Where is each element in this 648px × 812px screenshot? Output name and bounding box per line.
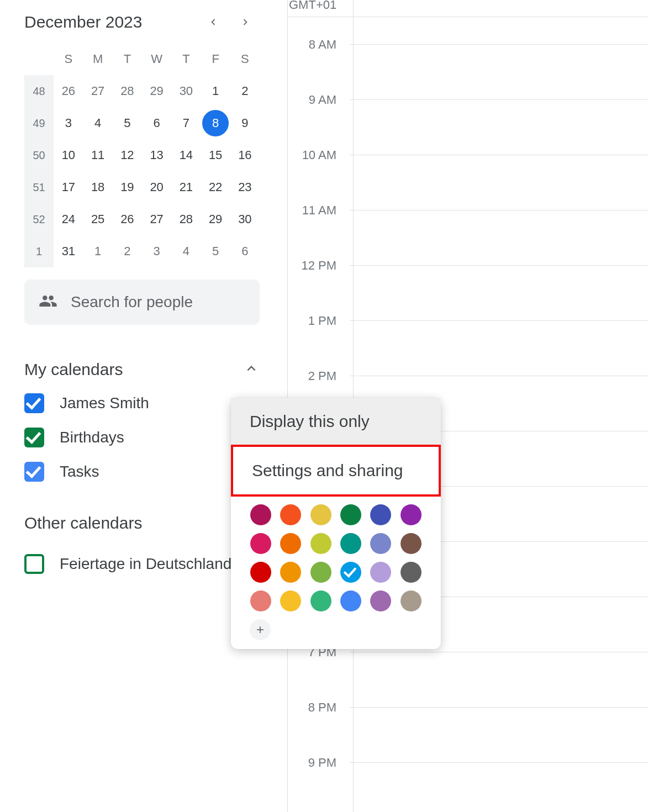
color-swatch[interactable] xyxy=(280,504,301,525)
mini-cal-day[interactable]: 11 xyxy=(83,139,113,171)
display-this-only-item[interactable]: Display this only xyxy=(231,398,441,445)
mini-cal-day[interactable]: 27 xyxy=(142,203,171,235)
mini-cal-day[interactable]: 26 xyxy=(54,75,83,107)
calendar-label: Feiertage in Deutschland xyxy=(60,555,231,573)
mini-cal-day[interactable]: 5 xyxy=(201,235,230,267)
color-swatch[interactable] xyxy=(250,533,271,554)
mini-cal-day[interactable]: 14 xyxy=(171,139,201,171)
color-swatch[interactable] xyxy=(340,562,361,583)
color-swatch[interactable] xyxy=(280,562,301,583)
people-icon xyxy=(39,292,57,313)
mini-cal-day[interactable]: 19 xyxy=(113,171,142,203)
hour-label: 11 AM xyxy=(293,203,343,218)
chevron-up-icon xyxy=(243,360,260,379)
hour-gridline xyxy=(350,210,648,210)
mini-cal-day[interactable]: 5 xyxy=(113,107,142,139)
week-number: 51 xyxy=(24,171,54,203)
color-swatch[interactable] xyxy=(310,590,331,611)
mini-cal-day[interactable]: 15 xyxy=(201,139,230,171)
calendar-checkbox[interactable] xyxy=(24,428,44,447)
mini-cal-day[interactable]: 31 xyxy=(54,235,83,267)
calendar-item[interactable]: Birthdays xyxy=(24,428,260,447)
mini-cal-day[interactable]: 6 xyxy=(142,107,171,139)
color-swatch[interactable] xyxy=(370,533,391,554)
settings-and-sharing-item[interactable]: Settings and sharing xyxy=(233,447,439,494)
hour-label: 2 PM xyxy=(293,369,343,383)
mini-cal-day[interactable]: 10 xyxy=(54,139,83,171)
color-swatch[interactable] xyxy=(280,533,301,554)
my-calendars-title: My calendars xyxy=(24,360,123,379)
add-custom-color-button[interactable]: + xyxy=(250,619,271,640)
mini-calendar-title[interactable]: December 2023 xyxy=(24,13,142,31)
color-swatch[interactable] xyxy=(401,562,422,583)
hour-label: 8 PM xyxy=(293,700,343,715)
other-calendars-title: Other calendars xyxy=(24,514,142,532)
mini-cal-day[interactable]: 29 xyxy=(201,203,230,235)
my-calendars-toggle[interactable]: My calendars xyxy=(24,360,260,379)
mini-cal-day[interactable]: 6 xyxy=(230,235,260,267)
color-swatch[interactable] xyxy=(370,590,391,611)
color-swatch[interactable] xyxy=(340,590,361,611)
mini-cal-day[interactable]: 9 xyxy=(230,107,260,139)
mini-cal-day[interactable]: 30 xyxy=(171,75,201,107)
calendar-item[interactable]: Tasks xyxy=(24,462,260,482)
mini-cal-day[interactable]: 23 xyxy=(230,171,260,203)
mini-cal-day[interactable]: 20 xyxy=(142,171,171,203)
color-swatch[interactable] xyxy=(401,590,422,611)
color-swatch[interactable] xyxy=(340,533,361,554)
other-calendars-header[interactable]: Other calendars + xyxy=(24,510,260,535)
color-swatch[interactable] xyxy=(250,562,271,583)
mini-cal-day[interactable]: 28 xyxy=(171,203,201,235)
color-swatch[interactable] xyxy=(401,533,422,554)
prev-month-button[interactable] xyxy=(202,11,224,33)
mini-cal-day[interactable]: 3 xyxy=(54,107,83,139)
mini-cal-day[interactable]: 16 xyxy=(230,139,260,171)
mini-cal-day[interactable]: 3 xyxy=(142,235,171,267)
next-month-button[interactable] xyxy=(234,11,256,33)
mini-cal-day[interactable]: 1 xyxy=(201,75,230,107)
mini-cal-day[interactable]: 30 xyxy=(230,203,260,235)
mini-cal-day[interactable]: 22 xyxy=(201,171,230,203)
calendar-checkbox[interactable] xyxy=(24,554,44,574)
mini-cal-day[interactable]: 21 xyxy=(171,171,201,203)
calendar-item[interactable]: James Smith xyxy=(24,393,260,413)
color-swatch[interactable] xyxy=(250,590,271,611)
calendar-checkbox[interactable] xyxy=(24,393,44,413)
color-swatch[interactable] xyxy=(310,562,331,583)
mini-cal-day[interactable]: 2 xyxy=(230,75,260,107)
calendar-item[interactable]: Feiertage in Deutschland xyxy=(24,554,260,574)
color-swatch[interactable] xyxy=(370,562,391,583)
mini-cal-day[interactable]: 2 xyxy=(113,235,142,267)
dow-header: S xyxy=(54,43,83,75)
color-swatch[interactable] xyxy=(280,590,301,611)
color-swatch[interactable] xyxy=(401,504,422,525)
hour-gridline xyxy=(350,762,648,763)
mini-cal-day[interactable]: 8 xyxy=(201,107,230,139)
color-swatch[interactable] xyxy=(310,533,331,554)
mini-cal-day[interactable]: 7 xyxy=(171,107,201,139)
dow-header: F xyxy=(201,43,230,75)
mini-cal-day[interactable]: 27 xyxy=(83,75,113,107)
color-swatch[interactable] xyxy=(370,504,391,525)
dow-header: W xyxy=(142,43,171,75)
color-swatch[interactable] xyxy=(310,504,331,525)
mini-cal-day[interactable]: 25 xyxy=(83,203,113,235)
hour-gridline xyxy=(350,376,648,376)
calendar-label: Birthdays xyxy=(60,429,124,446)
mini-cal-day[interactable]: 26 xyxy=(113,203,142,235)
mini-cal-day[interactable]: 17 xyxy=(54,171,83,203)
mini-cal-day[interactable]: 24 xyxy=(54,203,83,235)
mini-cal-day[interactable]: 12 xyxy=(113,139,142,171)
calendar-checkbox[interactable] xyxy=(24,462,44,482)
mini-cal-day[interactable]: 29 xyxy=(142,75,171,107)
search-people-input[interactable]: Search for people xyxy=(24,280,260,325)
mini-cal-day[interactable]: 18 xyxy=(83,171,113,203)
mini-cal-day[interactable]: 4 xyxy=(83,107,113,139)
mini-cal-day[interactable]: 28 xyxy=(113,75,142,107)
mini-cal-day[interactable]: 4 xyxy=(171,235,201,267)
mini-cal-day[interactable]: 1 xyxy=(83,235,113,267)
color-swatch[interactable] xyxy=(340,504,361,525)
chevron-left-icon xyxy=(207,16,219,28)
color-swatch[interactable] xyxy=(250,504,271,525)
mini-cal-day[interactable]: 13 xyxy=(142,139,171,171)
